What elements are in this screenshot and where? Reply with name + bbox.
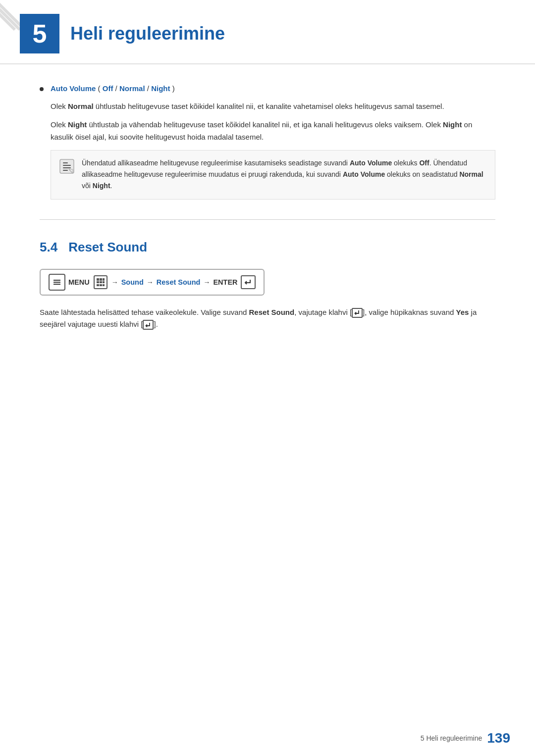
menu-icon-inner [54, 280, 60, 285]
svg-rect-16 [97, 284, 99, 286]
reset-sound-link: Reset Sound [157, 278, 201, 286]
footer-text: 5 Heli reguleerimine [421, 734, 482, 742]
auto-volume-label: Auto Volume [51, 84, 96, 93]
bullet-item: Auto Volume ( Off / Normal / Night ) [40, 84, 495, 93]
menu-bar-2 [54, 282, 60, 283]
enter-label: ENTER [213, 278, 237, 286]
main-content: Auto Volume ( Off / Normal / Night ) Ole… [0, 84, 535, 331]
enter-icon [241, 275, 256, 289]
section-para: Saate lähtestada helisätted tehase vaike… [40, 306, 495, 331]
sound-link: Sound [121, 278, 144, 286]
arrow-3: → [203, 278, 210, 286]
enter-inline-1 [352, 308, 363, 318]
svg-rect-6 [63, 167, 71, 168]
night-bold-1: Night [68, 120, 87, 129]
reset-sound-bold: Reset Sound [249, 308, 295, 316]
auto-volume-heading: Auto Volume ( Off / Normal / Night ) [51, 84, 175, 93]
chapter-number: 5 [33, 21, 47, 47]
svg-rect-5 [63, 165, 71, 166]
section-divider [40, 219, 495, 220]
svg-rect-11 [100, 278, 102, 281]
chapter-number-box: 5 [20, 14, 59, 53]
svg-rect-4 [63, 162, 68, 163]
svg-rect-10 [97, 278, 99, 281]
section-header: 5.4 Reset Sound [40, 235, 495, 255]
grid-icon [94, 275, 107, 289]
svg-rect-18 [103, 284, 105, 286]
chapter-header: 5 Heli reguleerimine [0, 0, 535, 64]
para-2: Olek Night ühtlustab ja vähendab helitug… [51, 119, 495, 144]
svg-rect-13 [97, 281, 99, 283]
svg-rect-17 [100, 284, 102, 286]
stripe-decoration [0, 0, 20, 50]
footer-page: 139 [487, 730, 510, 746]
bullet-section: Auto Volume ( Off / Normal / Night ) Ole… [40, 84, 495, 200]
menu-path-box: MENU → Sound → Reset Sound → ENTER [40, 269, 265, 296]
normal-label: Normal [119, 84, 145, 93]
note-box: Ühendatud allikaseadme helitugevuse regu… [51, 150, 495, 199]
menu-bar-3 [54, 284, 60, 285]
svg-rect-15 [103, 281, 105, 283]
chapter-title: Heli reguleerimine [70, 23, 225, 44]
para-1: Olek Normal ühtlustab helitugevuse taset… [51, 101, 495, 113]
footer: 5 Heli reguleerimine 139 [421, 730, 510, 746]
night-label: Night [151, 84, 170, 93]
normal-bold: Normal [68, 102, 94, 110]
svg-line-2 [0, 0, 15, 30]
svg-rect-7 [63, 170, 68, 171]
section-title: Reset Sound [68, 240, 147, 255]
arrow-1: → [111, 278, 118, 286]
bullet-dot [40, 87, 44, 91]
section-number: 5.4 [40, 240, 57, 255]
arrow-2: → [147, 278, 154, 286]
menu-label: MENU [68, 278, 90, 286]
menu-icon [49, 274, 65, 291]
yes-bold: Yes [456, 308, 469, 316]
menu-bar-1 [54, 280, 60, 281]
note-icon [59, 158, 75, 174]
svg-rect-12 [103, 278, 105, 281]
night-bold-2: Night [443, 120, 462, 129]
off-label: Off [103, 84, 113, 93]
enter-inline-2 [143, 320, 154, 330]
note-text: Ühendatud allikaseadme helitugevuse regu… [82, 157, 487, 192]
svg-rect-14 [100, 281, 102, 283]
